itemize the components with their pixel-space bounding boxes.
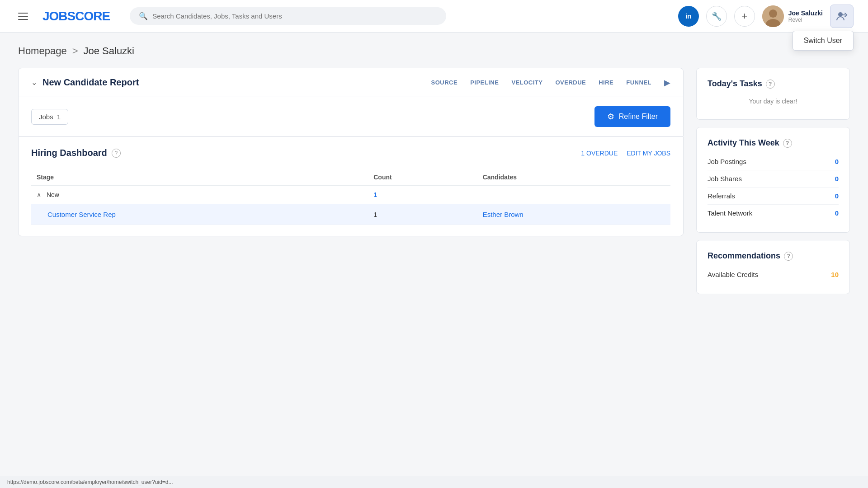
user-section[interactable]: Joe Saluzki Revel — [762, 5, 823, 27]
recommendations-help-icon[interactable]: ? — [784, 252, 793, 261]
activity-talent-network: Talent Network 0 — [708, 205, 839, 221]
stage-name: New — [47, 191, 59, 198]
report-nav: SOURCE PIPELINE VELOCITY OVERDUE HIRE FU… — [431, 78, 670, 88]
table-row: ∧ New 1 — [31, 186, 670, 204]
overdue-link[interactable]: 1 OVERDUE — [581, 150, 618, 157]
dashboard-help-icon[interactable]: ? — [112, 149, 121, 158]
svg-point-3 — [838, 12, 843, 17]
refine-filter-label: Refine Filter — [619, 113, 658, 121]
nav-funnel[interactable]: FUNNEL — [626, 79, 651, 86]
switch-user-area: Switch User — [830, 5, 854, 28]
todays-tasks-title: Today's Tasks — [708, 79, 762, 89]
col-stage: Stage — [31, 169, 368, 186]
job-postings-label: Job Postings — [708, 158, 746, 165]
referrals-count: 0 — [835, 192, 839, 200]
header-actions: in 🔧 + Joe Saluzki Revel — [678, 5, 854, 28]
tools-button[interactable]: 🔧 — [706, 6, 727, 27]
avatar — [762, 5, 784, 27]
report-title-row: ⌄ New Candidate Report — [31, 77, 139, 88]
jobs-filter-badge[interactable]: Jobs 1 — [31, 109, 68, 125]
available-credits-row: Available Credits 10 — [708, 266, 839, 283]
activity-week-help-icon[interactable]: ? — [783, 139, 792, 148]
dashboard-title: Hiring Dashboard — [31, 148, 107, 158]
breadcrumb: Homepage > Joe Saluzki — [18, 45, 850, 57]
plus-icon: + — [741, 10, 747, 22]
linkedin-icon: in — [685, 12, 691, 20]
activity-week-title: Activity This Week — [708, 138, 779, 148]
filter-icon: ⚙ — [607, 112, 614, 122]
job-shares-label: Job Shares — [708, 175, 742, 183]
nav-pipeline[interactable]: PIPELINE — [470, 79, 499, 86]
hiring-dashboard: Hiring Dashboard ? 1 OVERDUE EDIT MY JOB… — [18, 136, 684, 236]
talent-network-count: 0 — [835, 209, 839, 217]
nav-source[interactable]: SOURCE — [431, 79, 458, 86]
candidate-link[interactable]: Esther Brown — [483, 211, 524, 218]
candidate-report-header: ⌄ New Candidate Report SOURCE PIPELINE V… — [18, 68, 684, 97]
job-cell: Customer Service Rep — [31, 204, 368, 225]
jobs-count: 1 — [57, 113, 61, 121]
stage-toggle[interactable]: ∧ — [37, 191, 41, 198]
add-button[interactable]: + — [734, 6, 755, 27]
nav-overdue[interactable]: OVERDUE — [555, 79, 586, 86]
todays-tasks-card: Today's Tasks ? Your day is clear! — [696, 68, 850, 120]
referrals-label: Referrals — [708, 192, 735, 200]
nav-hire[interactable]: HIRE — [599, 79, 613, 86]
switch-user-dropdown[interactable]: Switch User — [793, 31, 854, 51]
job-count-cell: 1 — [368, 204, 477, 225]
avatar-image — [762, 5, 784, 27]
main-layout: ⌄ New Candidate Report SOURCE PIPELINE V… — [0, 57, 868, 312]
stage-count-cell: 1 — [368, 186, 477, 204]
breadcrumb-home[interactable]: Homepage — [18, 45, 67, 57]
breadcrumb-separator: > — [72, 45, 78, 57]
wrench-icon: 🔧 — [712, 11, 722, 21]
jobs-label: Jobs — [39, 113, 53, 121]
activity-week-card: Activity This Week ? Job Postings 0 Job … — [696, 127, 850, 233]
table-body: ∧ New 1 Customer Service Rep 1 — [31, 186, 670, 225]
search-input[interactable] — [152, 12, 437, 20]
job-count: 1 — [373, 211, 377, 218]
edit-jobs-link[interactable]: EDIT MY JOBS — [627, 150, 670, 157]
recommendations-title: Recommendations — [708, 251, 780, 261]
logo-part2: SCORE — [67, 9, 110, 23]
activity-job-postings: Job Postings 0 — [708, 153, 839, 170]
stage-candidates-cell — [477, 186, 670, 204]
sidebar: Today's Tasks ? Your day is clear! Activ… — [696, 68, 850, 301]
table-head: Stage Count Candidates — [31, 169, 670, 186]
search-bar[interactable]: 🔍 — [130, 7, 446, 25]
talent-network-label: Talent Network — [708, 209, 752, 217]
todays-tasks-help-icon[interactable]: ? — [766, 80, 775, 89]
dashboard-table: Stage Count Candidates ∧ New 1 — [31, 169, 670, 225]
job-postings-count: 0 — [835, 158, 839, 165]
todays-tasks-title-row: Today's Tasks ? — [708, 79, 839, 89]
stage-cell: ∧ New — [31, 186, 368, 204]
filter-row: Jobs 1 ⚙ Refine Filter — [18, 97, 684, 136]
person-swap-icon — [836, 10, 848, 22]
stage-count: 1 — [373, 191, 377, 198]
refine-filter-button[interactable]: ⚙ Refine Filter — [594, 106, 670, 127]
hamburger-menu[interactable] — [14, 9, 32, 23]
user-company: Revel — [788, 17, 823, 23]
table-header-row: Stage Count Candidates — [31, 169, 670, 186]
user-name: Joe Saluzki — [788, 9, 823, 17]
breadcrumb-area: Homepage > Joe Saluzki — [0, 33, 868, 57]
available-credits-label: Available Credits — [708, 271, 758, 278]
activity-job-shares: Job Shares 0 — [708, 170, 839, 188]
status-bar: https://demo.jobscore.com/beta/employer/… — [0, 476, 868, 488]
logo: JOBSCORE — [42, 9, 110, 23]
switch-user-icon-button[interactable] — [830, 5, 854, 28]
activity-referrals: Referrals 0 — [708, 188, 839, 205]
recommendations-card: Recommendations ? Available Credits 10 — [696, 240, 850, 294]
report-title: New Candidate Report — [42, 77, 139, 88]
recommendations-title-row: Recommendations ? — [708, 251, 839, 261]
activity-week-title-row: Activity This Week ? — [708, 138, 839, 148]
linkedin-button[interactable]: in — [678, 6, 699, 27]
job-link[interactable]: Customer Service Rep — [47, 211, 116, 218]
job-shares-count: 0 — [835, 175, 839, 183]
nav-velocity[interactable]: VELOCITY — [511, 79, 542, 86]
logo-part1: JOB — [42, 9, 67, 23]
more-icon[interactable]: ▶ — [664, 78, 670, 88]
todays-tasks-empty: Your day is clear! — [708, 94, 839, 108]
collapse-icon[interactable]: ⌄ — [31, 78, 37, 87]
col-candidates: Candidates — [477, 169, 670, 186]
header: JOBSCORE 🔍 in 🔧 + Joe Saluzki Revel — [0, 0, 868, 33]
